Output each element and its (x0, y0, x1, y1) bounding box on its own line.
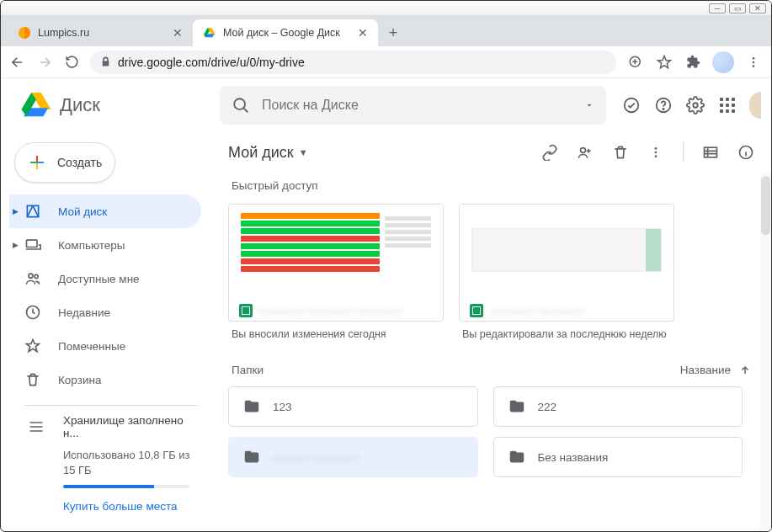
scrollbar-track[interactable] (760, 173, 771, 532)
sidebar-item-starred[interactable]: Помеченные (9, 329, 201, 363)
svg-point-12 (35, 274, 38, 278)
folders-header: Папки Название (232, 364, 751, 376)
storage-progress (63, 485, 189, 488)
buy-storage-link[interactable]: Купить больше места (63, 500, 198, 513)
sidebar-item-storage[interactable]: Хранилище заполнено н... (28, 414, 198, 439)
search-options-icon[interactable] (584, 100, 594, 110)
sheets-icon (239, 304, 253, 317)
svg-point-17 (655, 155, 658, 157)
file-list-area[interactable]: Быстрый доступ ———— ———— ———— (211, 173, 771, 532)
browser-tab-drive[interactable]: Мой диск – Google Диск ✕ (193, 19, 378, 46)
expand-icon[interactable]: ▶ (13, 207, 19, 215)
thumbnail (460, 205, 674, 295)
reload-button[interactable] (63, 54, 80, 71)
expand-icon[interactable]: ▶ (13, 241, 19, 249)
window-maximize-button[interactable]: ▭ (729, 3, 746, 13)
quick-access-title: Быстрый доступ (232, 179, 754, 192)
delete-icon[interactable] (612, 144, 629, 161)
create-label: Создать (57, 156, 102, 169)
sidebar-item-computers[interactable]: ▶ Компьютеры (9, 228, 201, 262)
browser-menu-icon[interactable] (744, 53, 763, 72)
get-link-icon[interactable] (541, 144, 558, 161)
bookmark-star-icon[interactable] (655, 53, 674, 72)
svg-rect-18 (705, 147, 717, 157)
breadcrumb-label: Мой диск (228, 144, 294, 162)
storage-section: Хранилище заполнено н... Использовано 10… (9, 414, 211, 513)
zoom-icon[interactable] (626, 53, 645, 72)
computers-icon (24, 237, 41, 253)
sort-label: Название (680, 364, 731, 376)
sidebar-item-recent[interactable]: Недавние (9, 295, 201, 329)
ready-offline-icon[interactable] (621, 95, 642, 115)
scrollbar-thumb[interactable] (761, 176, 770, 235)
svg-point-16 (655, 152, 658, 154)
view-list-icon[interactable] (702, 144, 719, 161)
folder-item[interactable]: ——— ———— (228, 437, 478, 477)
file-name: ———— ———— ———— (259, 305, 402, 317)
svg-point-3 (753, 61, 755, 63)
extensions-icon[interactable] (684, 53, 702, 72)
browser-toolbar: drive.google.com/drive/u/0/my-drive (1, 46, 771, 78)
content-toolbar: Мой диск ▼ (211, 132, 771, 173)
back-button[interactable] (9, 54, 26, 71)
folder-name: Без названия (538, 451, 609, 464)
header-actions (606, 92, 758, 119)
folder-item[interactable]: Без названия (493, 437, 743, 477)
sheets-icon (470, 304, 483, 317)
chevron-down-icon: ▼ (299, 147, 308, 157)
quick-subtitle: Вы вносили изменения сегодня (228, 327, 444, 340)
window-minimize-button[interactable]: ─ (709, 3, 726, 13)
svg-rect-10 (27, 240, 38, 247)
breadcrumb[interactable]: Мой диск ▼ (228, 144, 308, 162)
sidebar-item-label: Доступные мне (58, 273, 140, 285)
file-name: ———— ———— (490, 305, 584, 317)
folder-icon (242, 397, 261, 416)
settings-gear-icon[interactable] (685, 95, 705, 115)
more-options-icon[interactable] (647, 144, 664, 161)
svg-point-11 (29, 274, 33, 278)
close-icon[interactable]: ✕ (358, 26, 368, 40)
browser-tab-lumpics[interactable]: Lumpics.ru ✕ (8, 19, 193, 46)
folder-name: 222 (538, 401, 557, 413)
drive-logo-area[interactable]: Диск (14, 88, 220, 122)
sidebar-item-mydrive[interactable]: ▶ Мой диск (9, 194, 201, 228)
plus-icon (27, 152, 47, 173)
folder-icon (508, 448, 526, 466)
quick-card[interactable]: ———— ———— ———— Вы вносили изменения сего… (228, 204, 444, 340)
sidebar-item-label: Мой диск (58, 205, 107, 218)
thumbnail (229, 205, 443, 295)
share-icon[interactable] (577, 144, 594, 161)
folder-item[interactable]: 123 (228, 386, 478, 427)
folders-label: Папки (232, 364, 264, 376)
trash-icon (24, 371, 41, 388)
favicon-drive-icon (203, 26, 216, 40)
arrow-up-icon (739, 364, 751, 376)
sort-control[interactable]: Название (680, 364, 751, 376)
folder-name: 123 (273, 401, 292, 413)
sidebar-item-shared[interactable]: Доступные мне (9, 262, 201, 295)
folder-grid: 123 222 ——— ———— Без названия (228, 386, 754, 477)
account-avatar[interactable] (749, 92, 761, 119)
main-area: Создать ▶ Мой диск ▶ Компьютеры Доступны… (1, 132, 771, 532)
os-titlebar: ─ ▭ ✕ (1, 1, 771, 16)
lock-icon (100, 56, 111, 67)
browser-profile-avatar[interactable] (712, 51, 734, 73)
sidebar-item-trash[interactable]: Корзина (9, 363, 201, 396)
search-bar[interactable] (220, 86, 606, 125)
quick-card[interactable]: ———— ———— Вы редактировали за последнюю … (459, 204, 674, 340)
search-input[interactable] (262, 98, 572, 113)
create-button[interactable]: Создать (14, 142, 115, 183)
svg-point-15 (655, 147, 658, 150)
address-bar[interactable]: drive.google.com/drive/u/0/my-drive (90, 51, 616, 74)
support-icon[interactable] (653, 95, 674, 115)
window-close-button[interactable]: ✕ (749, 3, 766, 13)
sidebar-item-label: Помеченные (58, 340, 125, 353)
details-icon[interactable] (737, 144, 754, 161)
mydrive-icon (24, 203, 41, 220)
new-tab-button[interactable]: + (381, 21, 405, 45)
quick-access-row: ———— ———— ———— Вы вносили изменения сего… (228, 204, 754, 340)
close-icon[interactable]: ✕ (173, 26, 183, 40)
google-apps-icon[interactable] (717, 95, 737, 115)
svg-point-14 (581, 148, 586, 153)
folder-item[interactable]: 222 (493, 386, 743, 427)
